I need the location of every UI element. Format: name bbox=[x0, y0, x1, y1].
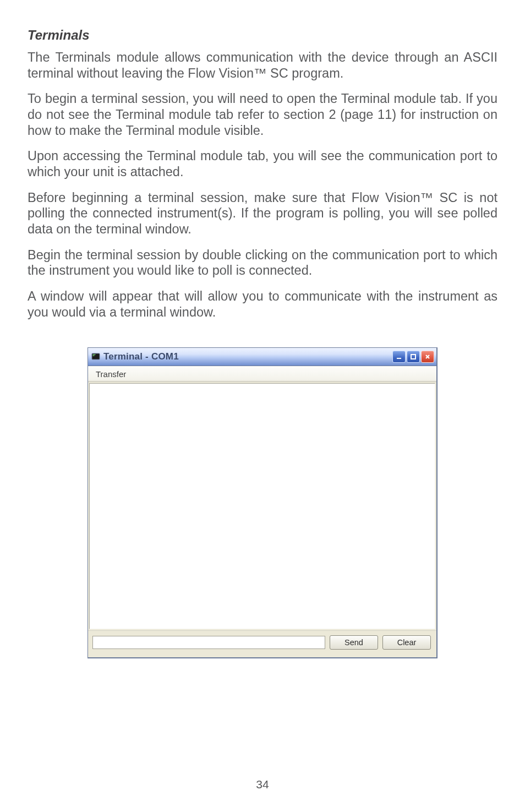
app-icon bbox=[91, 352, 100, 361]
terminal-window: Terminal - COM1 bbox=[88, 347, 438, 658]
terminal-output[interactable] bbox=[89, 383, 435, 629]
close-button[interactable] bbox=[421, 351, 434, 363]
send-button[interactable]: Send bbox=[330, 635, 378, 650]
titlebar[interactable]: Terminal - COM1 bbox=[88, 348, 436, 366]
window-controls bbox=[392, 351, 434, 363]
clear-button[interactable]: Clear bbox=[382, 635, 431, 650]
paragraph: Before beginning a terminal session, mak… bbox=[28, 190, 497, 237]
svg-rect-1 bbox=[93, 355, 96, 355]
svg-rect-4 bbox=[411, 355, 415, 359]
window-title: Terminal - COM1 bbox=[103, 351, 389, 362]
minimize-button[interactable] bbox=[392, 351, 406, 363]
paragraph: To begin a terminal session, you will ne… bbox=[28, 91, 497, 138]
svg-rect-3 bbox=[397, 358, 401, 359]
paragraph: A window will appear that will allow you… bbox=[28, 288, 497, 320]
paragraph: The Terminals module allows communicatio… bbox=[28, 50, 497, 81]
section-heading: Terminals bbox=[28, 28, 497, 43]
command-bar: Send Clear bbox=[88, 630, 436, 657]
maximize-button[interactable] bbox=[407, 351, 420, 363]
svg-rect-2 bbox=[93, 356, 95, 356]
command-input[interactable] bbox=[92, 636, 325, 649]
paragraph: Begin the terminal session by double cli… bbox=[28, 247, 497, 279]
menu-transfer[interactable]: Transfer bbox=[92, 368, 129, 380]
menubar: Transfer bbox=[88, 366, 436, 382]
page-number: 34 bbox=[0, 778, 525, 791]
paragraph: Upon accessing the Terminal module tab, … bbox=[28, 148, 497, 179]
